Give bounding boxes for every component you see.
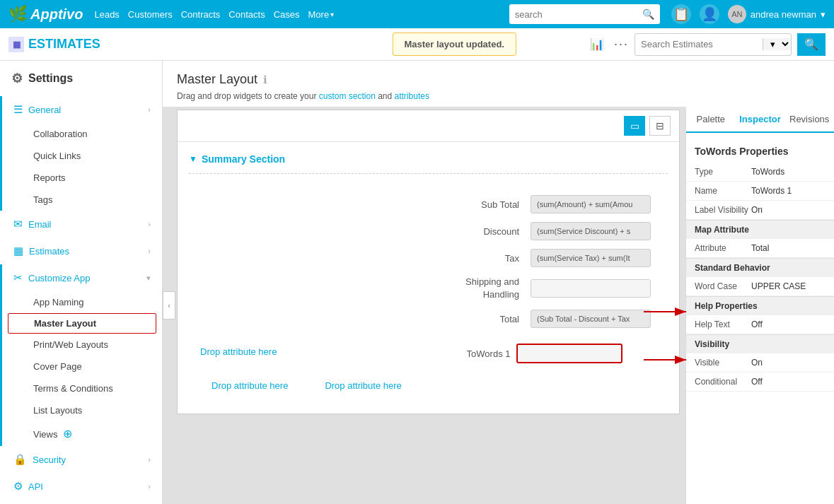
sidebar-item-general[interactable]: ☰ General › [2, 96, 162, 123]
canvas-toolbar: ▭ ⊟ [178, 110, 679, 142]
sidebar-section-customize: ✂ Customize App ▾ App Naming Master Layo… [0, 264, 162, 446]
sidebar-sub-terms[interactable]: Terms & Conditions [2, 377, 162, 399]
collapse-button[interactable]: ‹ [163, 291, 175, 320]
customize-label: Customize App [28, 273, 90, 283]
attribute-value: Total [751, 243, 769, 253]
tab-inspector[interactable]: Inspector [736, 107, 785, 133]
nav-customers[interactable]: Customers [128, 9, 173, 20]
security-label: Security [33, 455, 66, 465]
inspector-content: ToWords Properties Type ToWords Name ToW… [686, 133, 834, 399]
sidebar-section-general: ☰ General › Collaboration Quick Links Re… [0, 96, 162, 211]
layout-canvas-wrapper: ‹ ▭ ⊟ ▼ Summary Section [163, 107, 834, 504]
info-icon[interactable]: ℹ [263, 74, 267, 86]
prop-type: Type ToWords [686, 163, 834, 182]
prop-label-visibility: Label Visibility On [686, 201, 834, 220]
sidebar-sub-views[interactable]: Views ⊕ [2, 421, 162, 446]
settings-sidebar: ⚙ Settings ☰ General › Collaboration Qui… [0, 61, 163, 504]
two-column-button[interactable]: ⊟ [649, 116, 671, 136]
search-estimates-dropdown[interactable]: ▾ [763, 38, 791, 50]
drop-area-bottom-left[interactable]: Drop attribute here [200, 375, 299, 397]
page-subtitle: Drag and drop widgets to create your cus… [177, 91, 820, 101]
estimates-grid-icon: ▦ [8, 37, 24, 52]
sidebar-item-api[interactable]: ⚙ API › [2, 473, 162, 500]
user-chevron-icon: ▾ [821, 9, 826, 20]
app-navigation-bar: ▦ ESTIMATES Master layout updated. 📊 ···… [0, 28, 834, 61]
sidebar-sub-collaboration[interactable]: Collaboration [2, 123, 162, 145]
discount-field[interactable]: (sum(Service Discount) + s [531, 222, 651, 240]
search-estimates-input[interactable] [635, 39, 763, 49]
sidebar-item-security[interactable]: 🔒 Security › [2, 446, 162, 473]
settings-header: ⚙ Settings [0, 61, 162, 96]
shipping-field[interactable] [531, 279, 651, 298]
sidebar-sub-listlayouts[interactable]: List Layouts [2, 399, 162, 421]
type-label: Type [695, 167, 751, 177]
sidebar-sub-masterlayout[interactable]: Master Layout [8, 313, 156, 334]
nav-contacts[interactable]: Contacts [228, 9, 265, 20]
avatar: AN [728, 5, 746, 23]
app-logo[interactable]: 🌿 Apptivo [8, 5, 83, 23]
user-menu[interactable]: AN andrea newman ▾ [728, 5, 826, 23]
nav-more[interactable]: More ▾ [308, 9, 335, 20]
sidebar-section-api: ⚙ API › [0, 473, 162, 500]
single-column-button[interactable]: ▭ [624, 116, 645, 136]
content-area: Master Layout ℹ Drag and drop widgets to… [163, 61, 834, 504]
search-input[interactable] [509, 9, 637, 20]
section-help-properties: Help Properties [686, 296, 834, 315]
canvas-area: ▭ ⊟ ▼ Summary Section [177, 110, 680, 414]
tab-palette[interactable]: Palette [686, 107, 736, 131]
main-layout: ⚙ Settings ☰ General › Collaboration Qui… [0, 61, 834, 504]
sidebar-sub-tags[interactable]: Tags [2, 189, 162, 211]
content-header: Master Layout ℹ Drag and drop widgets to… [163, 61, 834, 107]
estimates-label: Estimates [29, 246, 69, 257]
more-actions-button[interactable]: ··· [614, 37, 629, 52]
sidebar-sub-appnaming[interactable]: App Naming [2, 291, 162, 313]
toast-message: Master layout updated. [392, 33, 516, 56]
nav-leads[interactable]: Leads [94, 9, 119, 20]
search-button[interactable]: 🔍 [637, 8, 660, 20]
section-title: Summary Section [202, 153, 285, 165]
estimates-chevron-icon: › [148, 247, 151, 255]
tax-field[interactable]: (sum(Service Tax) + sum(It [531, 249, 651, 267]
drop-area-bottom-right[interactable]: Drop attribute here [313, 375, 412, 397]
sidebar-item-email[interactable]: ✉ Email › [2, 211, 162, 238]
towords-field[interactable] [516, 344, 622, 363]
security-icon: 🔒 [13, 453, 27, 466]
nav-icon-group: 📋 👤 AN andrea newman ▾ [671, 4, 826, 24]
section-header: ▼ Summary Section [189, 153, 668, 165]
customize-icon: ✂ [13, 271, 23, 284]
chart-icon[interactable]: 📊 [586, 33, 608, 56]
name-value: ToWords 1 [751, 186, 792, 196]
settings-gear-icon: ⚙ [11, 71, 23, 86]
section-collapse-button[interactable]: ▼ [189, 154, 197, 164]
help-text-value: Off [751, 320, 763, 329]
email-icon: ✉ [13, 218, 23, 230]
sidebar-sub-coverpage[interactable]: Cover Page [2, 356, 162, 377]
section-visibility: Visibility [686, 334, 834, 353]
sidebar-sub-reports[interactable]: Reports [2, 167, 162, 189]
sidebar-section-estimates: ▦ Estimates › [0, 238, 162, 264]
subtotal-field[interactable]: (sum(Amount) + sum(Amou [531, 195, 651, 213]
name-label: Name [695, 186, 751, 196]
total-field[interactable]: (Sub Total - Discount + Tax [531, 310, 651, 328]
sidebar-item-customize[interactable]: ✂ Customize App ▾ [2, 264, 162, 291]
prop-word-case: Word Case UPPER CASE [686, 277, 834, 296]
search-estimates-button[interactable]: 🔍 [797, 33, 826, 56]
sidebar-section-email: ✉ Email › [0, 211, 162, 238]
visible-label: Visible [695, 358, 751, 368]
tab-revisions[interactable]: Revisions [784, 107, 834, 131]
nav-contracts[interactable]: Contracts [181, 9, 221, 20]
email-label: Email [28, 219, 52, 230]
sidebar-sub-quicklinks[interactable]: Quick Links [2, 145, 162, 167]
api-chevron-icon: › [148, 482, 151, 491]
nav-cases[interactable]: Cases [274, 9, 300, 20]
sidebar-item-estimates[interactable]: ▦ Estimates › [2, 238, 162, 264]
prop-attribute: Attribute Total [686, 239, 834, 258]
drop-area-left[interactable]: Drop attribute here [189, 341, 429, 366]
attributes-link[interactable]: attributes [395, 91, 429, 101]
logo-text: Apptivo [30, 6, 83, 23]
help-icon[interactable]: 👤 [700, 4, 719, 24]
custom-section-link[interactable]: custom section [319, 91, 376, 101]
notifications-icon[interactable]: 📋 [671, 4, 691, 24]
sidebar-sub-printlayouts[interactable]: Print/Web Layouts [2, 334, 162, 356]
prop-visible: Visible On [686, 353, 834, 373]
